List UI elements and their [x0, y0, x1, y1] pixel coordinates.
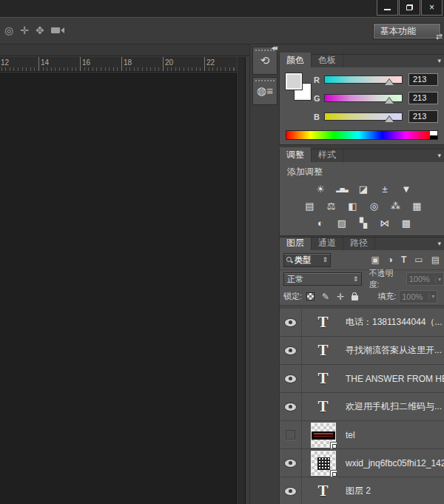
hue-saturation-icon[interactable]: ▤: [302, 200, 318, 212]
layer-row-wxid-image[interactable]: wxid_jnq6fbc05fhi12_142...: [280, 449, 444, 477]
filter-kind-dropdown[interactable]: 类型 ⇕: [283, 253, 331, 267]
tab-adjustments[interactable]: 调整: [280, 147, 312, 162]
red-slider[interactable]: [324, 75, 403, 84]
blue-slider[interactable]: [324, 112, 403, 121]
visibility-cell[interactable]: [280, 477, 302, 504]
selective-color-icon[interactable]: ▩: [398, 217, 414, 229]
layer-row-layer2-text[interactable]: T 图层 2: [280, 477, 444, 504]
blend-mode-dropdown[interactable]: 正常 ⇕: [283, 272, 362, 286]
layer-name[interactable]: wxid_jnq6fbc05fhi12_142...: [344, 458, 444, 468]
expand-panels-icon[interactable]: ◀◀: [271, 45, 276, 51]
brightness-contrast-icon[interactable]: ☀: [312, 183, 329, 195]
lock-all-icon[interactable]: [352, 295, 358, 300]
move-3d-icon[interactable]: ✥: [36, 24, 44, 36]
layer-filter-bar: 类型 ⇕ ▣ ◑ T ▭ ▤: [280, 250, 444, 270]
lock-position-icon[interactable]: ✛: [337, 292, 344, 302]
layer-row-answer-text[interactable]: T THE ANSWER FROM HERE: [280, 365, 444, 393]
visibility-cell[interactable]: [280, 309, 302, 336]
visibility-cell[interactable]: [280, 337, 302, 364]
layer-thumbnail[interactable]: [311, 423, 336, 448]
workspace-switcher-button[interactable]: 基本功能 ⇄: [374, 24, 440, 38]
green-slider-thumb[interactable]: [385, 98, 394, 104]
lock-transparency-icon[interactable]: [306, 292, 314, 300]
tab-channels[interactable]: 通道: [312, 238, 343, 250]
black-white-icon[interactable]: ◧: [345, 200, 361, 212]
threshold-icon[interactable]: ▚: [355, 217, 371, 229]
spectrum-gradient[interactable]: [286, 131, 430, 139]
red-slider-thumb[interactable]: [385, 79, 394, 85]
opacity-input[interactable]: 100% ▾: [406, 272, 444, 286]
ruler-label: 14: [41, 58, 49, 67]
blue-slider-thumb[interactable]: [385, 116, 394, 122]
photo-filter-icon[interactable]: ◎: [366, 200, 383, 212]
color-spectrum-ramp[interactable]: [286, 130, 438, 140]
lock-paint-icon[interactable]: ✎: [322, 292, 329, 302]
tab-layers[interactable]: 图层: [280, 238, 312, 250]
camera-3d-icon[interactable]: [51, 27, 60, 33]
filter-shape-layers-icon[interactable]: ▭: [414, 255, 423, 265]
filter-smart-objects-icon[interactable]: ▤: [431, 255, 440, 265]
smart-object-badge-icon: [330, 442, 337, 449]
visibility-cell[interactable]: [280, 421, 302, 448]
pan-3d-icon[interactable]: ✛: [20, 24, 29, 36]
filter-pixel-layers-icon[interactable]: ▣: [371, 255, 379, 265]
panel-menu-icon[interactable]: ▾: [437, 152, 441, 159]
red-value-input[interactable]: 213: [408, 73, 438, 86]
tab-color[interactable]: 颜色: [280, 53, 312, 67]
foreground-color-swatch[interactable]: [286, 73, 302, 90]
gradient-map-icon[interactable]: ⋈: [377, 217, 393, 229]
spectrum-bw-ends[interactable]: [430, 131, 437, 139]
layer-name[interactable]: 电话：13811344044（...: [344, 316, 443, 329]
layer-row-slogan-text[interactable]: T 寻找潮流答案从这里开...: [280, 337, 444, 365]
layer-thumbnail[interactable]: [311, 451, 336, 476]
exposure-icon[interactable]: ±: [377, 183, 393, 195]
layer-row-phone-text[interactable]: T 电话：13811344044（...: [280, 309, 444, 337]
curves-icon[interactable]: ◪: [355, 183, 371, 195]
tab-paths[interactable]: 路径: [343, 238, 375, 250]
restore-button[interactable]: [399, 0, 420, 16]
layer-name[interactable]: 图层 2: [344, 485, 371, 497]
color-lookup-icon[interactable]: ▦: [409, 200, 426, 212]
visibility-cell[interactable]: [280, 365, 302, 392]
eye-icon[interactable]: [285, 347, 296, 355]
blue-value-input[interactable]: 213: [408, 110, 438, 123]
minimize-button[interactable]: [377, 0, 398, 16]
tab-swatches[interactable]: 色板: [312, 53, 343, 67]
eye-icon[interactable]: [285, 488, 296, 495]
eye-icon[interactable]: [285, 460, 296, 467]
orbit-3d-icon[interactable]: ◎: [4, 24, 13, 36]
filter-type-layers-icon[interactable]: T: [401, 255, 406, 265]
close-button[interactable]: ×: [421, 0, 443, 16]
visibility-cell[interactable]: [280, 393, 302, 420]
layer-row-tel-image[interactable]: tel: [280, 421, 444, 449]
posterize-icon[interactable]: ▨: [334, 217, 350, 229]
tool-options-icons: ◎ ✛ ✥: [4, 24, 60, 36]
layer-name[interactable]: THE ANSWER FROM HERE: [344, 374, 444, 384]
panel-menu-icon[interactable]: ▾: [437, 240, 441, 247]
green-value-input[interactable]: 213: [408, 92, 438, 104]
eye-toggle-empty[interactable]: [286, 430, 295, 440]
visibility-cell[interactable]: [280, 449, 302, 477]
layer-name[interactable]: tel: [344, 430, 355, 440]
eye-icon[interactable]: [285, 403, 296, 411]
panel-menu-icon[interactable]: ▾: [437, 57, 441, 64]
vibrance-icon[interactable]: ▼: [398, 183, 414, 195]
properties-panel-button[interactable]: ◍≡: [252, 77, 278, 105]
layer-name[interactable]: 欢迎用手机扫二维码与...: [344, 400, 442, 413]
green-slider[interactable]: [324, 94, 403, 102]
fill-input[interactable]: 100% ▾: [399, 290, 437, 303]
color-balance-icon[interactable]: ⚖: [323, 200, 340, 212]
layer-name[interactable]: 寻找潮流答案从这里开...: [344, 344, 442, 357]
channel-mixer-icon[interactable]: ⁂: [388, 200, 404, 212]
canvas[interactable]: [0, 73, 237, 504]
filter-adjustment-layers-icon[interactable]: ◑: [388, 255, 393, 265]
layer-row-welcome-text[interactable]: T 欢迎用手机扫二维码与...: [280, 393, 444, 421]
channel-g-label: G: [314, 94, 324, 103]
vertical-scrollbar[interactable]: [238, 57, 246, 504]
eye-icon[interactable]: [285, 319, 296, 326]
tab-styles[interactable]: 样式: [312, 147, 343, 162]
levels-icon[interactable]: ▂▅▃: [334, 183, 350, 195]
eye-icon[interactable]: [285, 375, 296, 383]
invert-icon[interactable]: ◐: [312, 217, 329, 229]
blend-mode-value: 正常: [287, 274, 353, 285]
